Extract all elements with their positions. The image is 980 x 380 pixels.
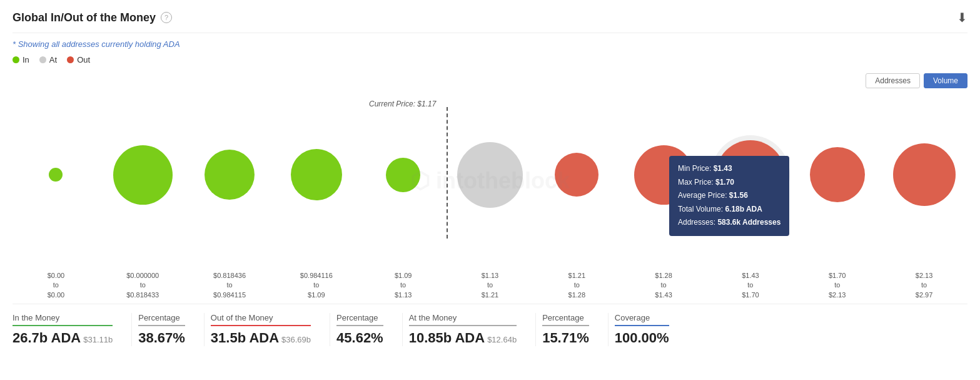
bubble-10 <box>893 143 956 206</box>
stat-value-in-pct: 38.67% <box>138 330 185 346</box>
stat-divider-0 <box>131 313 132 346</box>
label-5: $1.13to$1.21 <box>447 271 533 300</box>
stat-label-in-pct: Percentage <box>138 313 185 326</box>
header-row: Global In/Out of the Money ? ⬇ <box>13 10 967 33</box>
stat-block-coverage: Coverage100.00% <box>615 313 682 346</box>
label-1: $0.000000to$0.818433 <box>99 271 186 300</box>
stat-block-in-money: In the Money26.7b ADA$31.11b <box>13 313 125 346</box>
bubble-wrap-8[interactable] <box>707 140 794 209</box>
stat-sub-out-money: $36.69b <box>281 335 311 344</box>
bubble-4 <box>386 158 420 192</box>
stat-block-out-money: Out of the Money31.5b ADA$36.69b <box>211 313 323 346</box>
in-dot <box>13 56 19 63</box>
bubble-wrap-3[interactable] <box>273 149 360 200</box>
stat-value-at-money: 10.85b ADA$12.64b <box>409 330 517 346</box>
download-button[interactable]: ⬇ <box>957 10 967 25</box>
stat-block-at-pct: Percentage15.71% <box>542 313 602 346</box>
bubble-wrap-0[interactable] <box>13 168 99 182</box>
bubble-2 <box>205 150 255 200</box>
stat-divider-4 <box>535 313 536 346</box>
bubble-5 <box>457 142 523 208</box>
stat-block-in-pct: Percentage38.67% <box>138 313 198 346</box>
bubble-wrap-10[interactable] <box>881 143 967 206</box>
label-2: $0.818436to$0.984115 <box>186 271 273 300</box>
stat-label-in-money: In the Money <box>13 313 113 326</box>
label-3: $0.984116to$1.09 <box>273 271 360 300</box>
label-0: $0.00to$0.00 <box>13 271 99 300</box>
labels-row: $0.00to$0.00$0.000000to$0.818433$0.81843… <box>13 271 967 300</box>
label-10: $2.13to$2.97 <box>881 271 967 300</box>
legend-at: At <box>39 55 57 64</box>
title-area: Global In/Out of the Money ? <box>13 11 172 24</box>
stat-value-out-pct: 45.62% <box>336 330 383 346</box>
bubble-wrap-7[interactable] <box>620 145 707 205</box>
legend-out: Out <box>67 55 90 64</box>
bubble-3 <box>291 149 342 200</box>
chart-area: Current Price: $1.17 ⬡ intotheblock Min … <box>13 93 967 269</box>
bubble-7 <box>634 145 694 205</box>
addresses-button[interactable]: Addresses <box>866 73 920 88</box>
stat-sub-at-money: $12.64b <box>487 335 517 344</box>
bubble-wrap-9[interactable] <box>794 147 881 202</box>
stat-value-in-money: 26.7b ADA$31.11b <box>13 330 113 346</box>
bubbles-row <box>13 112 967 237</box>
stats-footer: In the Money26.7b ADA$31.11bPercentage38… <box>13 304 967 346</box>
legend: In At Out <box>13 55 967 64</box>
legend-in-label: In <box>23 55 29 64</box>
bubble-6 <box>555 153 599 197</box>
label-4: $1.09to$1.13 <box>360 271 447 300</box>
page-title: Global In/Out of the Money <box>13 11 156 24</box>
stat-label-out-pct: Percentage <box>336 313 383 326</box>
label-9: $1.70to$2.13 <box>794 271 881 300</box>
bubble-9 <box>810 147 865 202</box>
bubble-0 <box>49 168 63 182</box>
stat-label-at-money: At the Money <box>409 313 517 326</box>
out-dot <box>67 56 74 63</box>
stat-sub-in-money: $31.11b <box>83 335 113 344</box>
stat-divider-5 <box>608 313 609 346</box>
bubble-8 <box>716 140 785 209</box>
label-7: $1.28to$1.43 <box>620 271 707 300</box>
stat-label-at-pct: Percentage <box>542 313 589 326</box>
stat-divider-3 <box>402 313 403 346</box>
label-6: $1.21to$1.28 <box>533 271 620 300</box>
legend-at-label: At <box>49 55 57 64</box>
stat-divider-1 <box>204 313 205 346</box>
subtitle-text: * Showing all addresses currently holdin… <box>13 39 967 49</box>
bubble-wrap-2[interactable] <box>186 150 273 200</box>
stat-value-at-pct: 15.71% <box>542 330 589 346</box>
volume-button[interactable]: Volume <box>924 73 967 88</box>
current-price-label: Current Price: $1.17 <box>369 100 436 108</box>
stat-block-out-pct: Percentage45.62% <box>336 313 396 346</box>
bubble-wrap-5[interactable] <box>447 142 533 208</box>
stat-label-out-money: Out of the Money <box>211 313 311 326</box>
legend-out-label: Out <box>77 55 90 64</box>
stat-value-coverage: 100.00% <box>615 330 669 346</box>
label-8: $1.43to$1.70 <box>707 271 794 300</box>
bubble-wrap-1[interactable] <box>99 145 186 205</box>
bubble-wrap-6[interactable] <box>533 153 620 197</box>
bubble-wrap-4[interactable] <box>360 158 447 192</box>
stat-value-out-money: 31.5b ADA$36.69b <box>211 330 311 346</box>
stat-block-at-money: At the Money10.85b ADA$12.64b <box>409 313 529 346</box>
bubble-1 <box>113 145 173 205</box>
stat-label-coverage: Coverage <box>615 313 669 326</box>
at-dot <box>39 56 46 63</box>
legend-in: In <box>13 55 29 64</box>
page-container: Global In/Out of the Money ? ⬇ * Showing… <box>0 0 980 380</box>
chart-controls: Addresses Volume <box>13 73 967 88</box>
help-icon[interactable]: ? <box>161 12 172 23</box>
stat-divider-2 <box>330 313 330 346</box>
